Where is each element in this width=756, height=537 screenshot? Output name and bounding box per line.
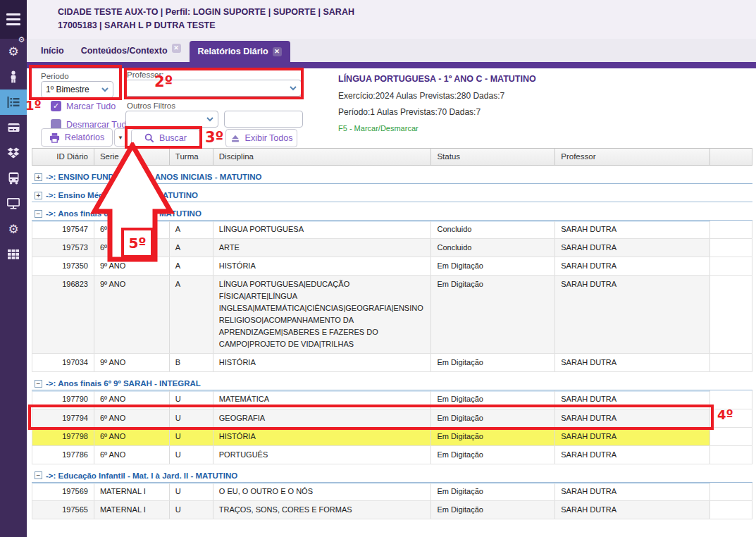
column-header: Professor — [555, 149, 710, 165]
group-row[interactable]: +->: Ensino Médio (Regular) - MATUTINO — [32, 184, 752, 202]
person-icon — [8, 70, 19, 83]
tab-in-cio[interactable]: Início — [32, 41, 73, 62]
eject-icon — [230, 134, 240, 143]
cell-id: 196823 — [32, 276, 94, 353]
group-row[interactable]: −->: Anos finais 6º 9º SARAH - INTEGRAL — [32, 372, 752, 390]
tab-close-icon[interactable]: ✕ — [172, 44, 181, 53]
table-row[interactable]: 1977906º ANOUMATEMÁTICAEm DigitaçãoSARAH… — [32, 390, 752, 409]
cell-empty — [710, 409, 752, 427]
tab-conte-dos-contexto[interactable]: Conteúdos/Contexto✕ — [73, 41, 190, 62]
group-row[interactable]: +->: ENSINO FUNDAMENTAL ANOS INICIAIS - … — [32, 166, 752, 184]
cell-disciplina: LÍNGUA PORTUGUESA — [213, 221, 432, 238]
cell-turma: A — [170, 257, 213, 275]
expand-icon[interactable]: + — [35, 192, 42, 199]
cell-professor: SARAH DUTRA — [555, 257, 710, 275]
tab-relat-rios-di-rio[interactable]: Relatórios Diário✕ — [190, 41, 290, 62]
collapse-icon[interactable]: − — [35, 380, 42, 388]
outros-filtros-input[interactable] — [224, 111, 303, 128]
cell-serie: MATERNAL I — [94, 483, 170, 500]
cell-status: Em Digitação — [431, 446, 555, 464]
cell-professor: SARAH DUTRA — [555, 276, 710, 353]
expand-icon[interactable]: + — [35, 173, 42, 181]
cell-empty — [710, 446, 752, 464]
outros-filtros-label: Outros Filtros — [127, 101, 175, 110]
cell-id: 197790 — [32, 390, 94, 408]
table-row[interactable]: 197569MATERNAL IUO EU, O OUTRO E O NÓSEm… — [32, 483, 752, 501]
cell-serie: 9º ANO — [94, 276, 170, 353]
cell-empty — [710, 501, 752, 519]
cell-id: 197794 — [32, 409, 94, 427]
cell-status: Em Digitação — [431, 276, 555, 353]
sidebar-item-card[interactable] — [0, 115, 27, 140]
sidebar-item-bus[interactable] — [0, 166, 27, 191]
table-row[interactable]: 1977946º ANOUGEOGRAFIAEm DigitaçãoSARAH … — [32, 409, 752, 428]
cell-professor: SARAH DUTRA — [555, 428, 710, 445]
tab-label: Relatórios Diário — [198, 47, 268, 56]
buscar-button[interactable]: Buscar — [131, 129, 200, 147]
cell-id: 197786 — [32, 446, 94, 464]
collapse-icon[interactable]: − — [35, 210, 42, 218]
cell-empty — [710, 276, 752, 353]
group-label: ->: Anos finais 6º 9º SARAH - INTEGRAL — [46, 379, 201, 388]
group-row[interactable]: −->: Educação Infantil - Mat. I à Jard. … — [32, 464, 752, 483]
table-row[interactable]: 1973509º ANOAHISTÓRIAEm DigitaçãoSARAH D… — [32, 257, 752, 276]
chevron-down-icon — [206, 117, 213, 122]
cell-serie: 9º ANO — [94, 257, 170, 275]
marcar-tudo-checkbox[interactable]: ✓ Marcar Tudo — [51, 101, 116, 111]
sidebar-item-person[interactable] — [0, 64, 27, 90]
table-row[interactable]: 1975736º ANOAARTEConcluidoSARAH DUTRA — [32, 239, 752, 257]
cell-disciplina: LÍNGUA PORTUGUESA|EDUCAÇÃO FÍSICA|ARTE|L… — [213, 276, 432, 353]
cell-empty — [710, 257, 752, 275]
cell-status: Concluido — [431, 221, 555, 238]
class-info-periodo: Período:1 Aulas Previstas:70 Dadas:7 — [338, 107, 481, 117]
cell-status: Em Digitação — [431, 428, 555, 445]
collapse-icon[interactable]: − — [35, 471, 42, 479]
checkbox-checked-icon: ✓ — [51, 101, 61, 111]
chevron-down-icon — [101, 87, 109, 92]
list-icon — [7, 97, 20, 108]
group-label: ->: Anos finais 6º 9º SARAH - MATUTINO — [46, 209, 202, 218]
f5-hint: F5 - Marcar/Desmarcar — [338, 124, 419, 132]
app-header: CIDADE TESTE AUX-TO | Perfil: LOGIN SUPO… — [27, 0, 756, 39]
sidebar-item-gear[interactable]: ⚙ — [0, 216, 27, 242]
tab-close-icon[interactable]: ✕ — [273, 47, 282, 56]
sidebar-item-grid[interactable] — [0, 242, 27, 267]
table-row[interactable]: 1975476º ANOALÍNGUA PORTUGUESAConcluidoS… — [32, 221, 752, 239]
table-row[interactable]: 197565MATERNAL IUTRAÇOS, SONS, CORES E F… — [32, 501, 752, 519]
cell-disciplina: PORTUGUÊS — [213, 446, 432, 464]
cell-empty — [710, 354, 752, 371]
cell-disciplina: GEOGRAFIA — [213, 409, 432, 427]
exibir-todos-button[interactable]: Exibir Todos — [225, 129, 297, 147]
sidebar-item-list[interactable] — [0, 90, 27, 115]
group-row[interactable]: −->: Anos finais 6º 9º SARAH - MATUTINO — [32, 202, 752, 221]
cell-disciplina: HISTÓRIA — [213, 354, 432, 371]
cell-status: Em Digitação — [431, 501, 555, 519]
cell-id: 197034 — [32, 354, 94, 371]
cell-turma: U — [170, 483, 213, 500]
cell-professor: SARAH DUTRA — [555, 354, 710, 371]
bus-icon — [8, 172, 20, 185]
hamburger-menu-icon[interactable] — [0, 0, 27, 39]
table-row[interactable]: 1977866º ANOUPORTUGUÊSEm DigitaçãoSARAH … — [32, 446, 752, 464]
table-row[interactable]: 1970349º ANOBHISTÓRIAEm DigitaçãoSARAH D… — [32, 354, 752, 372]
cell-serie: 9º ANO — [94, 354, 170, 371]
sidebar-item-gears[interactable]: ⚙⚙ — [0, 39, 27, 64]
sidebar-item-dropbox[interactable] — [0, 140, 27, 166]
relatorios-dropdown-caret[interactable]: ▼ — [114, 128, 127, 147]
table-row[interactable]: 1968239º ANOALÍNGUA PORTUGUESA|EDUCAÇÃO … — [32, 276, 752, 354]
periodo-label: Periodo — [41, 72, 69, 80]
sidebar-item-monitor[interactable] — [0, 191, 27, 216]
tab-label: Início — [41, 46, 64, 56]
cell-disciplina: HISTÓRIA — [213, 428, 432, 445]
diary-table: ID DiárioSerieTurmaDisciplinaStatusProfe… — [32, 148, 752, 519]
outros-filtros-select[interactable] — [125, 111, 218, 128]
relatorios-button[interactable]: Relatórios — [41, 128, 113, 147]
cell-serie: 6º ANO — [94, 446, 170, 464]
professor-select[interactable] — [125, 80, 302, 97]
periodo-select[interactable]: 1º Bimestre — [41, 81, 113, 98]
tab-label: Conteúdos/Contexto — [81, 46, 168, 56]
table-row-highlighted[interactable]: 1977986º ANOUHISTÓRIAEm DigitaçãoSARAH D… — [32, 428, 752, 446]
cell-turma: A — [170, 221, 213, 238]
cell-disciplina: TRAÇOS, SONS, CORES E FORMAS — [213, 501, 432, 519]
cell-status: Em Digitação — [431, 390, 555, 408]
